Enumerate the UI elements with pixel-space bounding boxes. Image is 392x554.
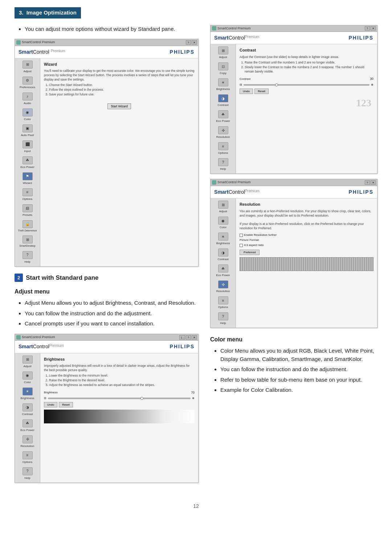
close-btn[interactable]: ✕ [192,40,197,45]
resolution-content: Resolution You are currently at a Non-Pr… [236,198,377,328]
bn-nav-contrast[interactable]: ◑ Contrast [16,403,38,416]
bn-nav-resolution[interactable]: ✣ Resolution [16,435,38,448]
nav-adjust[interactable]: ⊞ Adjust [16,61,38,74]
brightness-steps: Lower the Brightness to the minimum leve… [44,374,195,387]
contrast-close-btn[interactable]: ✕ [371,26,376,30]
ct-nav-help[interactable]: ? Help [212,158,234,171]
adjust-bullet-2: You can follow the instruction and do th… [25,309,199,318]
resolution-text: You are currently at a Non-Preferred res… [240,209,373,231]
brightness-content: Brightness Improperly adjusted Brightnes… [40,353,198,483]
ct-nav-contrast[interactable]: ◑ Contrast [212,94,234,107]
brightness-undo-btn[interactable]: Undo [44,402,57,407]
nav-options[interactable]: ≡ Options [16,188,38,201]
wizard-steps: Choose the Start Wizard button. Follow t… [44,83,195,97]
nav-color[interactable]: ◉ Color [16,108,38,122]
ct-contrast-icon: ◑ [218,94,228,102]
ct-nav-ecopower[interactable]: ☘ Eco Power [212,110,234,123]
resolution-checkbox2[interactable] [240,244,243,247]
control-text: Control [33,49,49,55]
bn-nav-options[interactable]: ≡ Options [16,451,38,464]
ct-eco-icon: ☘ [218,110,228,118]
adjust-menu-bullets: Adjust Menu allows you to adjust Brightn… [15,299,199,328]
contrast-slider-track[interactable] [244,84,369,86]
resolution-close-btn[interactable]: ✕ [371,180,376,185]
nav-presets[interactable]: ▤ Presets [16,204,38,217]
start-wizard-button[interactable]: Start Wizard [107,103,131,109]
ct-options-icon: ≡ [218,142,228,150]
resolution-app-icon [212,180,216,185]
resolution-checkbox1[interactable] [240,234,243,237]
rs-nav-contrast[interactable]: ◑ Contrast [212,249,234,262]
bn-nav-color[interactable]: ◉ Color [16,372,38,385]
ct-nav-adjust[interactable]: ⊞ Adjust [212,46,234,59]
color-bullet-1: Color Menu allows you to adjust RGB, Bla… [220,347,377,363]
rs-color-icon: ◉ [218,217,228,225]
preferred-button[interactable]: Preferred [240,250,260,255]
contrast-slider-track-row[interactable]: ⊟ ⊕ [240,83,373,87]
bn-nav-adjust[interactable]: ⊞ Adjust [16,356,38,369]
brightness-help-btn[interactable]: ? [186,335,191,340]
nav-input[interactable]: ⬛ Input [16,140,38,153]
color-icon: ◉ [23,108,33,116]
rs-eco-icon: ☘ [218,264,228,272]
input-icon: ⬛ [23,140,33,148]
wizard-content: Wizard You'll need to calibrate your dis… [40,58,198,266]
contrast-reset-btn[interactable]: Reset [254,89,269,94]
brightness-gradient [44,410,195,423]
brightness-reset-btn[interactable]: Reset [59,402,73,407]
ct-nav-resolution[interactable]: ✣ Resolution [212,126,234,139]
rs-nav-adjust[interactable]: ⊞ Adjust [212,201,234,214]
nav-theft[interactable]: 🔒 Theft Deterrence [16,220,38,233]
rs-nav-ecopower[interactable]: ☘ Eco Power [212,264,234,278]
resolution-controls: Enable Resolution further Picture Format… [240,233,373,255]
resolution-sc-logo: SmartControlPremium [214,188,260,196]
contrast-content: Contrast Adjust the Contrast (use the sl… [236,44,377,173]
resolution-checkbox2-row[interactable]: 4:3 aspect ratio [240,243,373,247]
ct-nav-brightness[interactable]: ☀ Brightness [212,78,234,91]
nav-ecopower[interactable]: ☘ Eco Power [16,156,38,169]
rs-brightness-icon: ☀ [218,233,228,241]
rs-nav-options[interactable]: ≡ Options [212,296,234,309]
brightness-slider-track[interactable] [48,398,191,399]
help-icon: ? [23,251,33,259]
contrast-slider-thumb[interactable] [275,83,278,86]
nav-autopixel[interactable]: ▣ Auto Pixel [16,124,38,138]
resolution-checkbox1-row[interactable]: Enable Resolution further [240,233,373,237]
bn-nav-ecopower[interactable]: ☘ Eco Power [16,419,38,432]
contrast-steps: Raise the Contrast until the numbers 1 a… [240,61,373,74]
rs-nav-help[interactable]: ? Help [212,312,234,325]
brightness-preview [44,410,195,423]
bn-contrast-icon: ◑ [23,403,33,411]
bn-options-icon: ≡ [23,451,33,459]
nav-audio[interactable]: ♪ Audio [16,93,38,106]
help-btn[interactable]: ? [186,40,191,45]
color-menu-title: Color menu [210,335,377,344]
wizard-window: SmartControl Premium ? ✕ SmartControl Pr… [15,39,199,267]
nav-help[interactable]: ? Help [16,251,38,264]
brightness-slider-thumb[interactable] [140,397,143,400]
ct-nav-copy[interactable]: ⊡ Copy [212,62,234,75]
nav-smartdesktop[interactable]: ⊞ SmartDesktop [16,235,38,248]
contrast-sc-header: SmartControlPremium PHILIPS [211,32,377,44]
nav-wizard[interactable]: ⚑ Wizard [16,172,38,185]
contrast-titlebar: SmartControl Premium ? ✕ [211,25,377,32]
resolution-philips: PHILIPS [349,188,373,196]
smart-bold: Smart [19,49,33,55]
ct-nav-options[interactable]: ≡ Options [212,142,234,155]
resolution-sc-body: ⊞ Adjust ◉ Color ☀ Brightness ◑ Contrast [211,198,377,328]
rs-nav-resolution[interactable]: ✣ Resolution [212,280,234,294]
contrast-philips: PHILIPS [349,34,373,42]
brightness-close-btn[interactable]: ✕ [192,335,197,340]
bn-nav-brightness[interactable]: ☀ Brightness [16,387,38,401]
resolution-help-btn[interactable]: ? [365,180,370,185]
brightness-slider-track-row[interactable]: ⊟ ⊕ [44,396,195,401]
bn-nav-help[interactable]: ? Help [16,467,38,480]
color-bullet-4: Example for Color Calibration. [220,386,377,394]
rs-nav-color[interactable]: ◉ Color [212,217,234,230]
contrast-help-btn[interactable]: ? [365,26,370,30]
rs-nav-brightness[interactable]: ☀ Brightness [212,233,234,246]
theft-icon: 🔒 [23,220,33,228]
nav-preferences[interactable]: ⚙ Preferences [16,77,38,90]
eco-icon: ☘ [23,156,33,164]
contrast-undo-btn[interactable]: Undo [240,89,253,94]
